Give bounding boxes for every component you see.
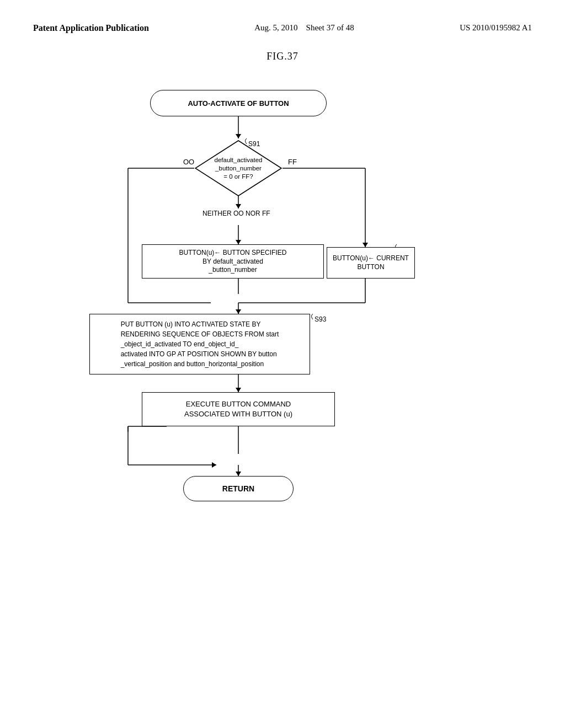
svg-marker-31: [236, 472, 241, 476]
title-node-text: AUTO-ACTIVATE OF BUTTON: [188, 99, 289, 108]
svg-marker-4: [236, 204, 241, 208]
diamond-text: default_activated_button_number= 0 or FF…: [215, 157, 263, 180]
header-center: Aug. 5, 2010 Sheet 37 of 48: [254, 22, 354, 34]
svg-marker-6: [236, 240, 241, 244]
svg-marker-19: [236, 309, 241, 314]
s94-text: EXECUTE BUTTON COMMANDASSOCIATED WITH BU…: [184, 399, 292, 419]
svg-text:S93: S93: [315, 315, 327, 323]
pub-date: Aug. 5, 2010: [254, 23, 297, 32]
flowchart: S91 S92 S95: [56, 79, 509, 630]
figure-title: FIG.37: [33, 51, 532, 62]
return-text: RETURN: [222, 484, 254, 493]
svg-marker-10: [363, 243, 368, 247]
sheet-info: Sheet 37 of 48: [306, 23, 354, 32]
header-left: Patent Application Publication: [33, 22, 149, 34]
title-node: AUTO-ACTIVATE OF BUTTON: [150, 90, 327, 116]
page: Patent Application Publication Aug. 5, 2…: [0, 0, 565, 728]
neither-text: NEITHER OO NOR FF: [202, 210, 270, 217]
s92-text: BUTTON(u)← BUTTON SPECIFIEDBY default_ac…: [179, 249, 287, 275]
svg-text:FF: FF: [288, 158, 297, 166]
diamond-label: default_activated_button_number= 0 or FF…: [194, 140, 282, 197]
s95-text: BUTTON(u)← CURRENTBUTTON: [333, 254, 409, 271]
s94-box: EXECUTE BUTTON COMMANDASSOCIATED WITH BU…: [142, 392, 335, 426]
neither-label: NEITHER OO NOR FF: [202, 210, 270, 218]
svg-marker-22: [236, 388, 241, 392]
return-node: RETURN: [183, 476, 294, 501]
svg-text:OO: OO: [183, 158, 194, 166]
s93-box: PUT BUTTON (u) INTO ACTIVATED STATE BY R…: [89, 314, 310, 374]
s93-text: PUT BUTTON (u) INTO ACTIVATED STATE BY R…: [121, 319, 279, 369]
header: Patent Application Publication Aug. 5, 2…: [33, 22, 532, 34]
svg-marker-1: [236, 134, 241, 138]
svg-marker-29: [212, 462, 216, 468]
s92-box: BUTTON(u)← BUTTON SPECIFIEDBY default_ac…: [142, 244, 324, 279]
publication-title: Patent Application Publication: [33, 23, 149, 33]
s95-box: BUTTON(u)← CURRENTBUTTON: [327, 247, 415, 279]
patent-number: US 2010/0195982 A1: [460, 23, 532, 32]
header-right: US 2010/0195982 A1: [460, 22, 532, 34]
